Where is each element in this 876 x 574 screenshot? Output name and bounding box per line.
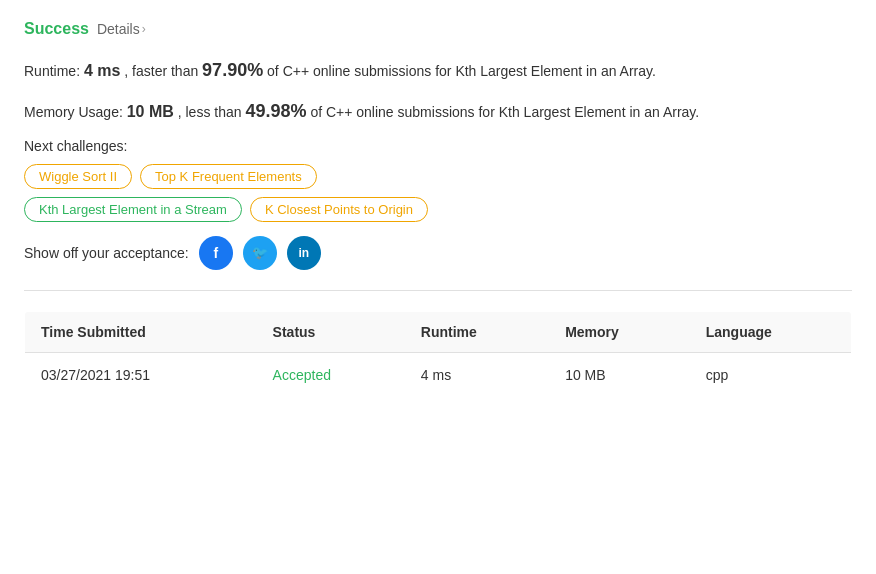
tag-wiggle-sort[interactable]: Wiggle Sort II (24, 164, 132, 189)
challenge-tags-row-2: Kth Largest Element in a Stream K Closes… (24, 197, 852, 222)
cell-runtime: 4 ms (405, 352, 549, 397)
cell-status: Accepted (257, 352, 405, 397)
linkedin-share-button[interactable]: in (287, 236, 321, 270)
col-runtime: Runtime (405, 311, 549, 352)
table-header-row: Time Submitted Status Runtime Memory Lan… (25, 311, 852, 352)
linkedin-icon: in (298, 246, 309, 260)
table-row: 03/27/2021 19:51 Accepted 4 ms 10 MB cpp (25, 352, 852, 397)
details-link[interactable]: Details › (97, 21, 146, 37)
accepted-link[interactable]: Accepted (273, 367, 331, 383)
result-header: Success Details › (24, 20, 852, 38)
tag-k-closest[interactable]: K Closest Points to Origin (250, 197, 428, 222)
twitter-share-button[interactable]: 🐦 (243, 236, 277, 270)
challenge-tags-row: Wiggle Sort II Top K Frequent Elements (24, 164, 852, 189)
runtime-line: Runtime: 4 ms , faster than 97.90% of C+… (24, 56, 852, 85)
section-divider (24, 290, 852, 291)
twitter-icon: 🐦 (252, 245, 268, 260)
runtime-value: 4 ms (84, 62, 120, 79)
col-status: Status (257, 311, 405, 352)
col-time-submitted: Time Submitted (25, 311, 257, 352)
runtime-pct: 97.90% (202, 60, 263, 80)
submissions-table: Time Submitted Status Runtime Memory Lan… (24, 311, 852, 398)
tag-kth-largest-stream[interactable]: Kth Largest Element in a Stream (24, 197, 242, 222)
memory-pct: 49.98% (245, 101, 306, 121)
cell-time: 03/27/2021 19:51 (25, 352, 257, 397)
challenges-title: Next challenges: (24, 138, 852, 154)
chevron-icon: › (142, 22, 146, 36)
success-label: Success (24, 20, 89, 38)
next-challenges-section: Next challenges: Wiggle Sort II Top K Fr… (24, 138, 852, 222)
memory-value: 10 MB (127, 103, 174, 120)
cell-memory: 10 MB (549, 352, 690, 397)
share-row: Show off your acceptance: f 🐦 in (24, 236, 852, 270)
facebook-share-button[interactable]: f (199, 236, 233, 270)
col-memory: Memory (549, 311, 690, 352)
share-label: Show off your acceptance: (24, 245, 189, 261)
col-language: Language (690, 311, 852, 352)
memory-line: Memory Usage: 10 MB , less than 49.98% o… (24, 97, 852, 126)
cell-language: cpp (690, 352, 852, 397)
facebook-icon: f (213, 245, 218, 261)
tag-top-k-frequent[interactable]: Top K Frequent Elements (140, 164, 317, 189)
